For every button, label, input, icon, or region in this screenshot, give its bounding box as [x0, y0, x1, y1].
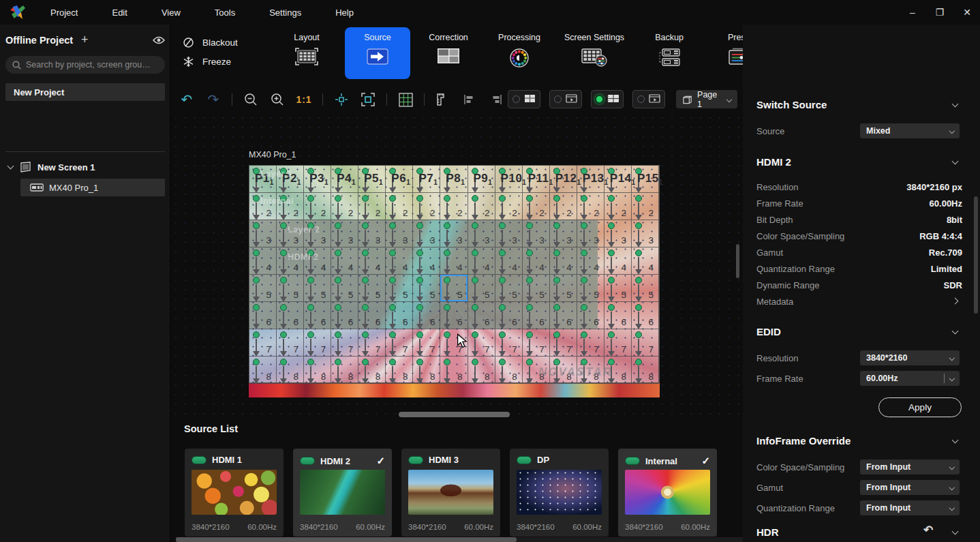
- blackout-button[interactable]: Blackout: [183, 33, 238, 52]
- canvas-horizontal-scrollbar[interactable]: [399, 412, 510, 417]
- infoframe-dropdown[interactable]: From Input: [860, 480, 960, 495]
- infoframe-dropdown[interactable]: From Input: [860, 460, 960, 475]
- panel-cell-P9-3[interactable]: 3: [468, 220, 495, 247]
- menu-item-help[interactable]: Help: [330, 5, 359, 20]
- panel-cell-P14-5[interactable]: 5: [604, 275, 632, 302]
- tab-source[interactable]: Source: [345, 27, 410, 79]
- panel-cell-P10-6[interactable]: 6: [495, 302, 523, 329]
- panel-cell-P5-3[interactable]: 3: [358, 220, 386, 247]
- panel-cell-P9-7[interactable]: 7: [468, 329, 495, 357]
- panel-cell-P13-7[interactable]: 7: [577, 329, 604, 357]
- panel-cell-P11-5[interactable]: 5: [523, 275, 550, 302]
- panel-cell-P10-4[interactable]: 4: [495, 247, 523, 275]
- panel-cell-P13-3[interactable]: 3: [577, 220, 604, 247]
- edid-header[interactable]: EDID: [756, 326, 781, 337]
- panel-cell-P8-6[interactable]: 6: [440, 302, 468, 329]
- panel-cell-P1-7[interactable]: 7: [249, 329, 277, 357]
- panel-cell-P12-6[interactable]: 6: [550, 302, 577, 329]
- panel-cell-P14-6[interactable]: 6: [604, 302, 632, 329]
- panel-cell-P3-1[interactable]: P31: [304, 166, 331, 193]
- panel-cell-P6-1[interactable]: P61: [386, 166, 413, 193]
- page-selector-dropdown[interactable]: Page 1: [676, 90, 737, 108]
- panel-cell-P11-4[interactable]: 4: [523, 247, 550, 275]
- panel-cell-P4-7[interactable]: 7: [331, 329, 358, 357]
- chevron-down-icon[interactable]: [952, 158, 959, 165]
- panel-cell-P1-3[interactable]: 3: [249, 220, 277, 247]
- tab-layout[interactable]: Layout: [274, 27, 339, 79]
- panel-cell-P9-1[interactable]: P91: [468, 166, 495, 193]
- panel-cell-P12-4[interactable]: 4: [550, 247, 577, 275]
- panel-cell-P3-8[interactable]: 8: [304, 357, 331, 384]
- panel-cell-P15-2[interactable]: 2: [632, 193, 659, 220]
- switch-source-header[interactable]: Switch Source: [756, 99, 827, 110]
- panel-cell-P6-8[interactable]: 8: [386, 357, 413, 384]
- align-left-icon[interactable]: [461, 91, 478, 108]
- panel-cell-P1-8[interactable]: 8: [249, 357, 277, 384]
- add-project-button[interactable]: +: [81, 33, 89, 47]
- menu-item-view[interactable]: View: [156, 5, 186, 20]
- tab-backup[interactable]: Backup: [637, 27, 702, 79]
- panel-cell-P5-7[interactable]: 7: [358, 329, 386, 357]
- source-card-hdmi-3[interactable]: HDMI 33840*216060.00Hz: [401, 449, 500, 537]
- panel-cell-P8-2[interactable]: 2: [440, 193, 468, 220]
- metadata-row[interactable]: Metadata: [756, 297, 793, 307]
- chevron-down-icon[interactable]: [7, 163, 14, 170]
- panel-grid[interactable]: P11P21P31P41P51P61P71P81P91P101P111P121P…: [249, 165, 660, 383]
- panel-cell-P13-6[interactable]: 6: [577, 302, 604, 329]
- source-dropdown[interactable]: Mixed: [860, 123, 960, 138]
- edid-resolution-dropdown[interactable]: 3840*2160: [860, 350, 960, 365]
- panel-cell-P5-2[interactable]: 2: [358, 193, 386, 220]
- panel-cell-P3-2[interactable]: 2: [304, 193, 331, 220]
- tab-processing[interactable]: Processing: [487, 27, 552, 79]
- panel-cell-P4-2[interactable]: 2: [331, 193, 358, 220]
- chevron-down-icon[interactable]: [952, 101, 959, 108]
- maximize-button[interactable]: ❐: [934, 7, 946, 18]
- minimize-button[interactable]: –: [906, 7, 919, 18]
- menu-item-settings[interactable]: Settings: [264, 5, 307, 20]
- panel-cell-P10-5[interactable]: 5: [495, 275, 523, 302]
- panel-cell-P2-8[interactable]: 8: [277, 357, 304, 384]
- panel-cell-P9-4[interactable]: 4: [468, 247, 495, 275]
- panel-cell-P7-3[interactable]: 3: [413, 220, 440, 247]
- panel-cell-P10-8[interactable]: 8: [495, 357, 523, 384]
- panel-cell-P13-2[interactable]: 2: [577, 193, 604, 220]
- panel-cell-P8-8[interactable]: 8: [440, 357, 468, 384]
- visibility-eye-icon[interactable]: [153, 35, 165, 45]
- menu-item-edit[interactable]: Edit: [106, 5, 132, 20]
- zoom-in-icon[interactable]: [269, 91, 286, 108]
- hdr-header[interactable]: HDR: [756, 526, 779, 538]
- panel-cell-P1-5[interactable]: 5: [249, 275, 277, 302]
- edid-frame-rate-combobox[interactable]: 60.00Hz: [860, 371, 960, 386]
- infoframe-dropdown[interactable]: From Input: [860, 500, 960, 515]
- close-button[interactable]: ✕: [961, 7, 973, 18]
- align-right-icon[interactable]: [488, 91, 504, 108]
- panel-cell-P3-6[interactable]: 6: [304, 302, 331, 329]
- chevron-down-icon[interactable]: [952, 528, 959, 535]
- panel-cell-P15-6[interactable]: 6: [632, 302, 659, 329]
- panel-cell-P7-2[interactable]: 2: [413, 193, 440, 220]
- panel-cell-P15-1[interactable]: P151: [632, 166, 659, 193]
- canvas-vertical-scrollbar[interactable]: [736, 244, 739, 278]
- menu-item-project[interactable]: Project: [45, 5, 83, 20]
- panel-cell-P11-1[interactable]: P111: [523, 166, 550, 193]
- panel-cell-P11-2[interactable]: 2: [523, 193, 550, 220]
- sidebar-item-screen-group[interactable]: New Screen 1: [5, 158, 165, 176]
- panel-cell-P12-2[interactable]: 2: [550, 193, 577, 220]
- panel-cell-P11-3[interactable]: 3: [523, 220, 550, 247]
- panel-cell-P7-1[interactable]: P71: [413, 166, 440, 193]
- panel-cell-P10-2[interactable]: 2: [495, 193, 523, 220]
- toggle-grid-view[interactable]: [591, 90, 624, 108]
- panel-cell-P13-5[interactable]: 5: [577, 275, 604, 302]
- panel-cell-P3-7[interactable]: 7: [304, 329, 331, 357]
- panel-cell-P4-5[interactable]: 5: [331, 275, 358, 302]
- fit-screen-icon[interactable]: [360, 91, 376, 108]
- screen-canvas[interactable]: P11P21P31P41P51P61P71P81P91P101P111P121P…: [249, 165, 660, 397]
- panel-cell-P2-5[interactable]: 5: [277, 275, 304, 302]
- panel-cell-P6-7[interactable]: 7: [386, 329, 413, 357]
- undo-icon[interactable]: ↶: [179, 91, 195, 108]
- ruler-icon[interactable]: [435, 91, 451, 108]
- panel-cell-P15-8[interactable]: 8: [632, 357, 659, 384]
- panel-cell-P6-4[interactable]: 4: [386, 247, 413, 275]
- panel-cell-P14-2[interactable]: 2: [604, 193, 632, 220]
- chevron-right-icon[interactable]: [952, 298, 959, 305]
